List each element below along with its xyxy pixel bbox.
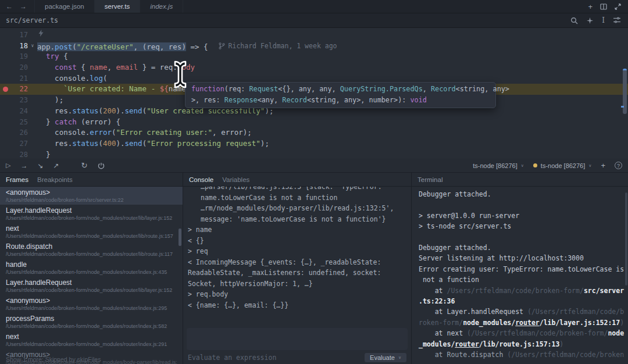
help-icon[interactable]: ? (615, 162, 622, 169)
plus-icon[interactable]: + (588, 2, 593, 11)
console-line: name.toLowerCase is not a function (188, 192, 411, 204)
breakpoint-gutter[interactable] (0, 117, 10, 128)
line-number: 25 (10, 117, 28, 128)
token: const (55, 63, 77, 72)
breakpoint-gutter[interactable] (0, 30, 10, 41)
session-status-dot (533, 163, 537, 167)
evaluate-input[interactable] (187, 328, 408, 350)
code-line-28: 28 } (0, 149, 628, 159)
tab-frames[interactable]: Frames (6, 176, 28, 183)
code-editor[interactable]: 1718∨app.post("/createUser", (req, res) … (0, 28, 628, 159)
code-text: } (37, 149, 628, 159)
token: ); (261, 139, 269, 148)
tab-index-js[interactable]: index.js (140, 0, 183, 13)
token: } = (138, 63, 160, 72)
frame-path: /Users/rtfeldman/code/broken-form/node_m… (6, 323, 177, 330)
forward-arrow-icon[interactable]: → (20, 2, 27, 10)
frame-row[interactable]: Route.dispatch/Users/rtfeldman/code/brok… (0, 241, 183, 259)
breadcrumb-bar: src/server.ts I (0, 13, 628, 28)
breakpoint-gutter[interactable] (0, 127, 10, 138)
token: ${ (160, 84, 169, 93)
terminal-line: > server@1.0.0 run-server (419, 210, 628, 221)
breakpoint-gutter[interactable] (0, 95, 10, 106)
assist-sparkle-icon[interactable] (586, 17, 594, 24)
type-hint-tooltip: function(req: Request<{}, any, any, Quer… (185, 82, 496, 108)
fold-gutter (28, 127, 37, 138)
tooltip-text: QueryString.ParsedQs (340, 85, 423, 93)
line-number: 28 (10, 149, 28, 159)
token: email (116, 63, 138, 72)
frames-panel[interactable]: <anonymous>/Users/rtfeldman/code/broken-… (0, 187, 183, 364)
stop-icon[interactable] (98, 162, 105, 169)
terminal-line: .ts:22:36 (419, 296, 628, 306)
code-text: const { name, email } = req.body (37, 62, 628, 73)
text-cursor-icon[interactable]: I (602, 16, 605, 24)
terminal-text: src/server (584, 287, 624, 295)
frame-row[interactable]: Layer.handleRequest/Users/rtfeldman/code… (0, 205, 183, 223)
back-arrow-icon[interactable]: ← (6, 2, 13, 10)
frames-footer[interactable]: Show 1 more: Skipped by skipFiles (6, 356, 101, 363)
token: console (55, 74, 85, 83)
breakpoint-gutter[interactable] (0, 138, 10, 149)
frame-row[interactable]: next/Users/rtfeldman/code/broken-form/no… (0, 331, 183, 349)
breakpoint-gutter[interactable] (0, 149, 10, 159)
tab-console[interactable]: Console (189, 176, 213, 183)
console-panel[interactable]: …parser/lib/read.js:132:5 {stack: 'TypeE… (183, 187, 412, 364)
step-out-icon[interactable]: ↗ (53, 162, 59, 170)
frame-row[interactable]: next/Users/rtfeldman/code/broken-form/no… (0, 223, 183, 241)
restart-icon[interactable]: ↻ (81, 161, 88, 170)
frame-row[interactable]: Layer.handleRequest/Users/rtfeldman/code… (0, 277, 183, 295)
breakpoint-gutter[interactable] (0, 51, 10, 62)
line-number: 18 (10, 41, 28, 52)
split-pane-icon[interactable] (600, 3, 607, 10)
frame-name: next (6, 224, 177, 233)
tab-breakpoints[interactable]: Breakpoints (37, 176, 73, 183)
breakpoint-icon[interactable] (3, 87, 8, 92)
terminal-text: .ts:22:36 (419, 297, 455, 305)
frame-row[interactable]: handle/Users/rtfeldman/code/broken-form/… (0, 259, 183, 277)
editor-controls-icon[interactable] (613, 17, 621, 24)
breakpoint-gutter[interactable] (0, 84, 10, 95)
breadcrumb[interactable]: src/server.ts (6, 16, 58, 24)
session-select-1[interactable]: ts-node [86276] ∨ (473, 162, 524, 169)
search-icon[interactable] (570, 17, 578, 24)
frames-scrollbar[interactable] (179, 229, 181, 246)
terminal-text: (/Users/rtfeldman/code/broken-form/ (467, 329, 608, 337)
terminal-text: _modules/ (419, 340, 455, 348)
tab-terminal[interactable]: Terminal (418, 176, 443, 183)
tooltip-text: ): (398, 96, 410, 104)
step-into-icon[interactable]: ↘ (37, 162, 43, 170)
frame-name: <anonymous> (6, 188, 177, 197)
session-select-2[interactable]: ts-node [86276] ∨ (533, 162, 592, 169)
breakpoint-gutter[interactable] (0, 73, 10, 84)
frame-row[interactable]: <anonymous>/Users/rtfeldman/code/broken-… (0, 187, 183, 205)
frame-row[interactable]: processParams/Users/rtfeldman/code/broke… (0, 313, 183, 331)
code-line-20: 20 const { name, email } = req.body (0, 62, 628, 73)
breakpoint-gutter[interactable] (0, 41, 10, 52)
terminal-scrollbar[interactable] (625, 192, 627, 286)
terminal-panel[interactable]: Debugger attached. > server@1.0.0 run-se… (412, 187, 628, 364)
tab-package-json[interactable]: package.json (34, 0, 95, 13)
fold-gutter (28, 84, 37, 95)
debug-panels: <anonymous>/Users/rtfeldman/code/broken-… (0, 187, 628, 364)
terminal-text: (/Users/rtfeldman/code/broken (507, 351, 624, 359)
tab-variables[interactable]: Variables (222, 176, 249, 183)
breakpoint-gutter[interactable] (0, 62, 10, 73)
token (37, 128, 55, 137)
breakpoint-gutter[interactable] (0, 106, 10, 117)
token: post (55, 42, 72, 51)
terminal-output: Debugger attached. > server@1.0.0 run-se… (412, 187, 628, 361)
frame-row[interactable]: <anonymous>/Users/rtfeldman/code/broken-… (0, 295, 183, 313)
session-label: ts-node [86276] (473, 162, 517, 169)
fold-chevron-icon[interactable]: ∨ (28, 41, 37, 52)
terminal-line: Server listening at http://localhost:300… (419, 253, 628, 263)
step-over-icon[interactable]: → (20, 162, 27, 170)
line-number: 22 (10, 84, 28, 95)
terminal-text: at Route.dispatch (419, 351, 507, 359)
tab-server-ts[interactable]: server.ts (94, 0, 140, 13)
new-session-plus-icon[interactable]: + (601, 161, 605, 170)
frames-list: <anonymous>/Users/rtfeldman/code/broken-… (0, 187, 183, 364)
evaluate-button[interactable]: Evaluate ∨ (365, 353, 406, 362)
expand-icon[interactable] (615, 3, 621, 10)
continue-icon[interactable]: ▷ (6, 162, 10, 169)
